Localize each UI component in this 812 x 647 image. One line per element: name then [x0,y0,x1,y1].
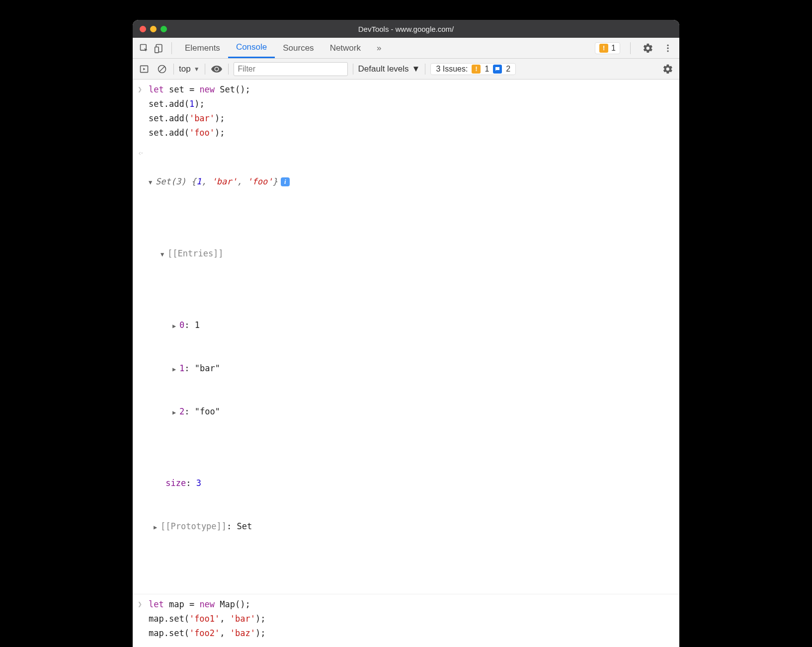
console-output: let set = new Set(); set.add(1); set.add… [133,80,679,647]
console-output-row: ▼Set(3) {1, 'bar', 'foo'}i ▼[[Entries]] … [133,143,679,595]
chevron-right-icon[interactable]: ▶ [172,321,179,331]
panel-tabs: Elements Console Sources Network » [177,38,389,58]
info-icon[interactable]: i [281,177,290,186]
divider [171,42,172,54]
code-block: let map = new Map(); map.set('foo1', 'ba… [149,597,674,641]
entry-row[interactable]: ▶0: 1 [172,318,674,332]
output-marker-icon [138,146,149,160]
tab-elements[interactable]: Elements [177,38,228,58]
warning-icon: ! [599,44,608,53]
chevron-down-icon[interactable]: ▼ [149,177,156,187]
toggle-sidebar-icon[interactable] [138,63,151,76]
entries-node[interactable]: ▼[[Entries]] [161,246,674,261]
svg-point-4 [667,47,668,49]
object-view: ▼Set(3) {1, 'bar', 'foo'}i ▼[[Entries]] … [149,146,674,591]
divider [353,64,353,75]
warning-count: 1 [611,44,616,53]
prototype-node[interactable]: ▶[[Prototype]]: Set [154,519,674,534]
dropdown-icon: ▼ [412,64,420,74]
levels-label: Default levels [358,64,409,74]
issues-button[interactable]: 3 Issues: ! 1 2 [430,63,516,75]
window-controls [140,26,167,32]
more-options-icon[interactable] [660,41,675,56]
dropdown-icon: ▼ [194,66,200,73]
svg-point-5 [667,50,668,52]
tab-network[interactable]: Network [322,38,369,58]
issues-warn-count: 1 [485,65,489,74]
clear-console-icon[interactable] [156,63,168,76]
object-summary[interactable]: ▼Set(3) {1, 'bar', 'foo'}i [149,174,674,189]
console-input-row[interactable]: let set = new Set(); set.add(1); set.add… [133,80,679,143]
devtools-window: DevTools - www.google.com/ Elements Cons… [133,20,679,647]
main-tabbar: Elements Console Sources Network » ! 1 [133,38,679,59]
live-expression-icon[interactable] [210,63,223,76]
close-window-button[interactable] [140,26,146,32]
console-settings-icon[interactable] [661,63,674,76]
chevron-right-icon[interactable]: ▶ [154,522,161,532]
code-block: let set = new Set(); set.add(1); set.add… [149,82,674,140]
execution-context-selector[interactable]: top ▼ [179,64,200,74]
warning-icon: ! [472,65,481,74]
entry-row[interactable]: ▶2: "foo" [172,404,674,419]
window-title: DevTools - www.google.com/ [133,25,679,33]
entry-row[interactable]: ▶1: "bar" [172,361,674,376]
inspect-element-icon[interactable] [137,41,152,56]
filter-input[interactable] [234,62,348,76]
divider [228,64,229,75]
issues-info-count: 2 [506,65,510,74]
svg-rect-2 [155,47,159,53]
input-marker-icon [138,597,149,611]
tab-console[interactable]: Console [228,38,275,58]
svg-point-3 [667,44,668,46]
warnings-badge[interactable]: ! 1 [595,42,620,54]
settings-icon[interactable] [641,41,655,56]
divider [205,64,205,75]
zoom-window-button[interactable] [161,26,167,32]
tab-more[interactable]: » [369,38,389,58]
divider [173,64,174,75]
console-toolbar: top ▼ Default levels ▼ 3 Issues: ! 1 2 [133,59,679,80]
info-icon [493,65,502,74]
issues-label: 3 Issues: [436,65,468,74]
chevron-right-icon[interactable]: ▶ [172,407,179,417]
chevron-down-icon[interactable]: ▼ [161,249,167,259]
console-output-row: ▼Map(2) {'foo1' => 'bar', 'foo2' => 'baz… [133,644,679,647]
divider [425,64,425,75]
tab-sources[interactable]: Sources [275,38,322,58]
chevron-right-icon[interactable]: ▶ [172,364,179,374]
size-row: size: 3 [161,476,674,490]
context-label: top [179,64,191,74]
device-toolbar-icon[interactable] [152,41,166,56]
titlebar: DevTools - www.google.com/ [133,20,679,38]
console-input-row[interactable]: let map = new Map(); map.set('foo1', 'ba… [133,594,679,644]
input-marker-icon [138,82,149,96]
divider [630,42,631,54]
log-levels-selector[interactable]: Default levels ▼ [358,64,420,74]
svg-line-8 [160,67,164,72]
minimize-window-button[interactable] [150,26,157,32]
